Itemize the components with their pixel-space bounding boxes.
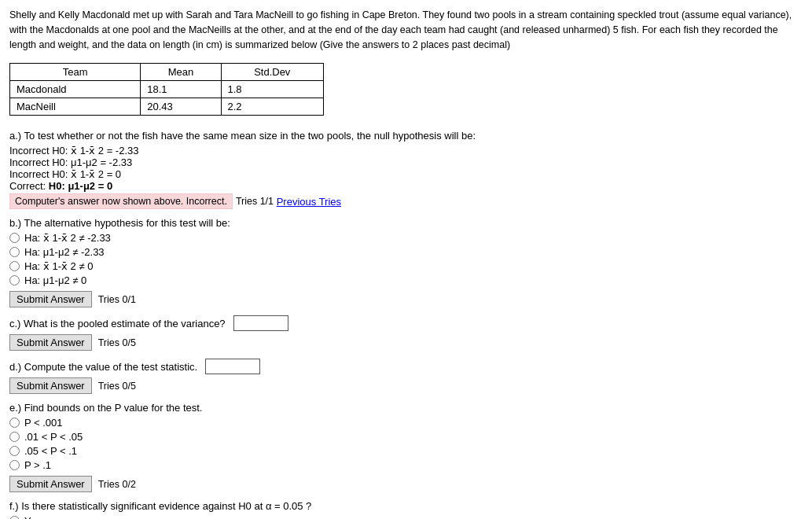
col-header-team: Team (10, 64, 141, 81)
radio-item-b3: Ha: x̄ 1-x̄ 2 ≠ 0 (9, 260, 803, 272)
col-header-mean: Mean (141, 64, 221, 81)
submit-button-c[interactable]: Submit Answer (9, 334, 92, 351)
radio-e1-label: P < .001 (24, 417, 63, 429)
part-c-label: c.) What is the pooled estimate of the v… (9, 318, 226, 329)
radio-b4-label: Ha: μ1-μ2 ≠ 0 (24, 274, 86, 286)
part-d-input[interactable] (205, 359, 260, 374)
previous-tries-link[interactable]: Previous Tries (277, 196, 341, 208)
submit-row-d: Submit Answer Tries 0/5 (9, 377, 803, 394)
part-c-line: c.) What is the pooled estimate of the v… (9, 315, 803, 331)
data-table: Team Mean Std.Dev Macdonald 18.1 1.8 Mac… (9, 63, 324, 116)
radio-b3-label: Ha: x̄ 1-x̄ 2 ≠ 0 (24, 260, 93, 272)
radio-e4[interactable] (9, 460, 20, 470)
incorrect-notice: Computer's answer now shown above. Incor… (9, 193, 233, 209)
part-d-line: d.) Compute the value of the test statis… (9, 359, 803, 374)
col-header-stddev: Std.Dev (221, 64, 324, 81)
submit-button-b[interactable]: Submit Answer (9, 291, 92, 307)
radio-b3[interactable] (9, 261, 20, 271)
tries-count-b: Tries 0/1 (98, 294, 136, 305)
team-macdonald: Macdonald (10, 81, 141, 98)
radio-item-e3: .05 < P < .1 (9, 445, 803, 457)
section-f: f.) Is there statistically significant e… (9, 500, 803, 519)
radio-b1-label: Ha: x̄ 1-x̄ 2 ≠ -2.33 (24, 232, 111, 244)
table-row: MacNeill 20.43 2.2 (10, 98, 324, 116)
radio-e2-label: .01 < P < .05 (24, 431, 83, 443)
intro-paragraph: Shelly and Kelly Macdonald met up with S… (9, 8, 803, 52)
submit-row-c: Submit Answer Tries 0/5 (9, 334, 803, 351)
mean-macneill: 20.43 (141, 98, 221, 116)
part-b-options: Ha: x̄ 1-x̄ 2 ≠ -2.33 Ha: μ1-μ2 ≠ -2.33 … (9, 232, 803, 286)
stddev-macdonald: 1.8 (221, 81, 324, 98)
radio-f1-label: Yes (24, 515, 41, 519)
radio-b2-label: Ha: μ1-μ2 ≠ -2.33 (24, 246, 105, 258)
incorrect-option-3: Incorrect H0: x̄ 1-x̄ 2 = 0 (9, 168, 803, 180)
tries-count-d: Tries 0/5 (98, 381, 136, 392)
radio-b2[interactable] (9, 247, 20, 257)
part-c-input[interactable] (233, 315, 288, 331)
part-b-label: b.) The alternative hypothesis for this … (9, 217, 803, 229)
tries-count-a: Tries 1/1 (236, 196, 274, 207)
radio-item-e1: P < .001 (9, 417, 803, 429)
part-e-options: P < .001 .01 < P < .05 .05 < P < .1 P > … (9, 417, 803, 471)
radio-b1[interactable] (9, 233, 20, 243)
radio-item-b2: Ha: μ1-μ2 ≠ -2.33 (9, 246, 803, 258)
tries-line-a: Computer's answer now shown above. Incor… (9, 193, 803, 209)
radio-b4[interactable] (9, 275, 20, 285)
correct-answer-line: Correct: H0: μ1-μ2 = 0 (9, 180, 803, 192)
radio-f1[interactable] (9, 516, 20, 519)
radio-e3[interactable] (9, 446, 20, 456)
team-macneill: MacNeill (10, 98, 141, 116)
section-c: c.) What is the pooled estimate of the v… (9, 315, 803, 351)
section-a: a.) To test whether or not the fish have… (9, 130, 803, 209)
radio-item-e4: P > .1 (9, 459, 803, 471)
submit-row-e: Submit Answer Tries 0/2 (9, 476, 803, 492)
tries-count-e: Tries 0/2 (98, 479, 136, 490)
radio-item-b4: Ha: μ1-μ2 ≠ 0 (9, 274, 803, 286)
part-f-label: f.) Is there statistically significant e… (9, 500, 803, 512)
correct-h0: H0: μ1-μ2 = 0 (49, 180, 112, 192)
section-e: e.) Find bounds on the P value for the t… (9, 402, 803, 492)
tries-count-c: Tries 0/5 (98, 337, 136, 348)
submit-button-e[interactable]: Submit Answer (9, 476, 92, 492)
submit-row-b: Submit Answer Tries 0/1 (9, 291, 803, 307)
radio-e2[interactable] (9, 432, 20, 442)
part-e-label: e.) Find bounds on the P value for the t… (9, 402, 803, 414)
section-d: d.) Compute the value of the test statis… (9, 359, 803, 394)
radio-e3-label: .05 < P < .1 (24, 445, 77, 457)
part-f-options: Yes No Not enough information to decide (9, 515, 803, 519)
incorrect-option-1: Incorrect H0: x̄ 1-x̄ 2 = -2.33 (9, 145, 803, 156)
radio-item-e2: .01 < P < .05 (9, 431, 803, 443)
submit-button-d[interactable]: Submit Answer (9, 377, 92, 394)
incorrect-option-2: Incorrect H0: μ1-μ2 = -2.33 (9, 156, 803, 168)
radio-item-f1: Yes (9, 515, 803, 519)
table-row: Macdonald 18.1 1.8 (10, 81, 324, 98)
radio-e4-label: P > .1 (24, 459, 51, 471)
part-a-label: a.) To test whether or not the fish have… (9, 130, 803, 142)
section-b: b.) The alternative hypothesis for this … (9, 217, 803, 307)
stddev-macneill: 2.2 (221, 98, 324, 116)
radio-item-b1: Ha: x̄ 1-x̄ 2 ≠ -2.33 (9, 232, 803, 244)
part-d-label: d.) Compute the value of the test statis… (9, 361, 197, 373)
radio-e1[interactable] (9, 418, 20, 428)
mean-macdonald: 18.1 (141, 81, 221, 98)
